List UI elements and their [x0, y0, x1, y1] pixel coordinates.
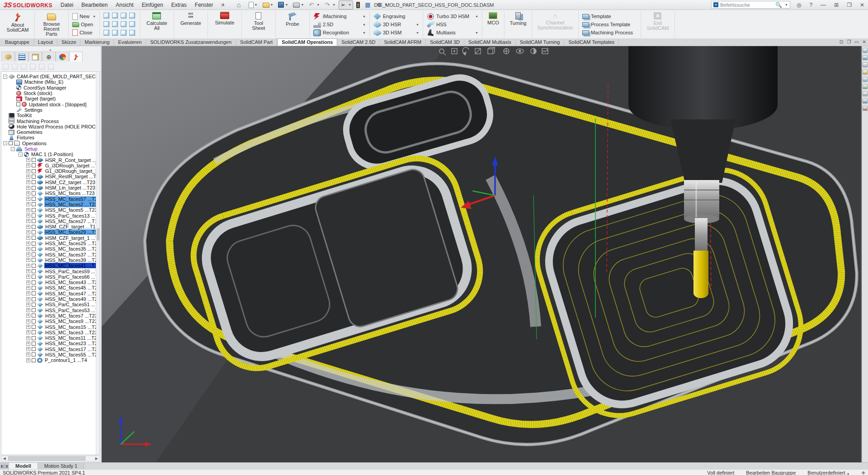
file-properties-button[interactable]: ▦	[363, 0, 373, 10]
tree-item-label[interactable]: HSS_MC_faces39 ...T23	[44, 257, 100, 263]
tree-item-label[interactable]: Settings	[24, 107, 43, 113]
tree-item-label[interactable]: Operations	[21, 141, 47, 146]
save-button[interactable]: ▼	[276, 0, 290, 9]
solidcam-panel-icon-1[interactable]	[863, 48, 868, 53]
expand-toggle-icon[interactable]: +	[26, 191, 30, 195]
doc-close-icon[interactable]: ✕	[863, 39, 866, 44]
tree-item[interactable]: +HSS_MC_faces43 ...T23	[1, 280, 96, 285]
cmdtab-baugruppe[interactable]: Baugruppe	[1, 39, 34, 46]
expand-toggle-icon[interactable]: +	[26, 303, 30, 307]
tree-item-label[interactable]: HSS_MC_faces11 ...T23	[44, 335, 100, 341]
tree-item-label[interactable]: HSS_MC_faces ...T23	[44, 190, 95, 196]
tree-item[interactable]: Hole Wizard Process (HOLE PROCESSES - SO…	[1, 124, 96, 129]
tree-item-label[interactable]: HSS_MC_faces23 ...T23	[44, 341, 100, 346]
tree-item[interactable]: +HSS_MC_faces57 ...T23	[1, 196, 96, 202]
tree-item-checkbox[interactable]	[32, 236, 36, 240]
tree-item-checkbox[interactable]	[32, 336, 36, 340]
status-units[interactable]: Benutzerdefiniert ▲	[807, 470, 849, 475]
solidcam-panel-icon-9[interactable]	[863, 106, 868, 111]
tree-item[interactable]: +HSS_MC_faces ...T23	[1, 190, 96, 196]
new-document-button[interactable]: ▼	[247, 0, 259, 10]
tree-item[interactable]: -Operations	[1, 141, 96, 146]
expand-toggle-icon[interactable]: +	[26, 236, 30, 240]
expand-toggle-icon[interactable]: +	[26, 180, 30, 184]
command-search[interactable]: » Befehlssuche 🔍 ▼	[711, 1, 790, 9]
tree-item-label[interactable]: Fixtures	[16, 135, 35, 140]
panel-collapse-icon[interactable]: ●	[49, 48, 52, 52]
tree-item-label[interactable]: HSR_RestR_target ...T23	[44, 174, 100, 179]
tree-item-checkbox[interactable]	[32, 297, 36, 301]
tree-item-checkbox[interactable]	[32, 291, 36, 295]
tree-item-label[interactable]: HSS_MC_faces47 ...T23	[44, 291, 100, 296]
status-tag-icon[interactable]: ◈	[862, 470, 865, 475]
3d-hsm-button[interactable]: 3D HSM▼	[373, 28, 420, 37]
menu-einfuegen[interactable]: Einfügen	[138, 0, 166, 10]
probe-button[interactable]: Probe	[278, 11, 307, 38]
tree-item[interactable]: +HSS_ParC_faces53 ...T23	[1, 307, 96, 313]
expand-toggle-icon[interactable]: -	[11, 147, 15, 151]
tree-item-checkbox[interactable]	[32, 308, 36, 312]
expand-toggle-icon[interactable]: +	[26, 247, 30, 251]
tree-item[interactable]: +HSS_MC_faces25 ...T23	[1, 241, 96, 246]
home-button[interactable]: ⌂	[235, 0, 245, 10]
tree-item[interactable]: -CAM-Part (DIE_MOLD_PART_SECO_HSS_FOR_DO…	[1, 74, 96, 79]
tree-item-checkbox[interactable]	[32, 314, 36, 318]
tree-item-label[interactable]: HSS_MC_faces57 ...T23	[44, 196, 100, 202]
tree-item[interactable]: +HSS_MC_faces9 ...T23	[1, 318, 96, 324]
recognition-button[interactable]: Recognition▼	[312, 28, 367, 37]
expand-toggle-icon[interactable]: +	[26, 308, 30, 312]
tree-item[interactable]: +HSM_CZ_target ...T23	[1, 180, 96, 185]
rebuild-button[interactable]	[354, 0, 362, 10]
expand-toggle-icon[interactable]: +	[26, 286, 30, 290]
multiaxis-button[interactable]: Multiaxis▼	[426, 28, 479, 37]
cmdtab-solidcam-turning[interactable]: SolidCAM Turning	[516, 39, 565, 46]
tree-item-checkbox[interactable]	[9, 141, 13, 145]
tree-item-label[interactable]: HSS_MC_faces25 ...T23	[44, 241, 100, 246]
tree-item[interactable]: CoordSys Manager	[1, 85, 96, 90]
close-cam-part-button[interactable]: Close	[71, 28, 97, 37]
undo-button[interactable]: ↶▼	[307, 0, 321, 10]
expand-toggle-icon[interactable]: +	[26, 275, 30, 279]
tree-item-label[interactable]: HSS_MC_faces45 ...T23	[44, 285, 100, 290]
solidcam-panel-icon-2[interactable]	[863, 55, 868, 60]
tree-item-label[interactable]: HSS_MC_faces29 ...T1	[44, 229, 99, 235]
tree-item[interactable]: +HSS_MC_faces15 ...T23	[1, 324, 96, 329]
tree-item-checkbox[interactable]	[32, 175, 36, 179]
caret-icon[interactable]: ▼	[255, 3, 258, 6]
tree-item[interactable]: Settings	[1, 107, 96, 113]
expand-toggle-icon[interactable]: +	[26, 158, 30, 162]
tree-item[interactable]: +HSS_ParC_faces66 ...T23	[1, 274, 96, 280]
cmdtab-evaluieren[interactable]: Evaluieren	[114, 39, 146, 46]
tree-item-label[interactable]: Machining Process	[16, 119, 60, 124]
expand-toggle-icon[interactable]: +	[26, 325, 30, 329]
bottom-tab-motion-study-1[interactable]: Motion Study 1	[38, 463, 84, 469]
tree-item-label[interactable]: Hole Wizard Process (HOLE PROCESSES - SO…	[16, 124, 100, 129]
tree-item-label[interactable]: HSS_MC_faces41 ...T23	[44, 263, 100, 268]
solidcam-panel-icon-4[interactable]	[863, 70, 868, 75]
tree-item-checkbox[interactable]	[32, 325, 36, 329]
expand-toggle-icon[interactable]: +	[26, 230, 30, 234]
expand-toggle-icon[interactable]: +	[26, 225, 30, 229]
tree-item[interactable]: +HSS_MC_faces41 ...T23	[1, 263, 96, 268]
scroll-left-icon[interactable]: ◀	[1, 456, 7, 461]
template-button[interactable]: Template	[581, 12, 638, 20]
tree-item-checkbox[interactable]	[32, 186, 36, 190]
expand-toggle-icon[interactable]: +	[26, 280, 30, 285]
tree-item-label[interactable]: HSS_MC_faces9 ...T23	[44, 318, 99, 324]
tree-item[interactable]: Machining Process	[1, 118, 96, 124]
tree-item-label[interactable]: Stock (stock)	[23, 90, 53, 96]
expand-toggle-icon[interactable]: +	[26, 258, 30, 262]
tree-item[interactable]: +HSS_MC_faces11 ...T23	[1, 335, 96, 341]
solidcam-panel-icon-6[interactable]	[863, 84, 868, 89]
menu-datei[interactable]: Datei	[57, 0, 77, 10]
tree-horizontal-scrollbar[interactable]: ◀ ▶	[1, 456, 100, 461]
tree-item[interactable]: +HSS_MC_faces29 ...T1	[1, 229, 96, 235]
imachining-button[interactable]: iMachining▼	[312, 12, 367, 20]
caret-icon[interactable]: ▼	[270, 3, 274, 6]
expand-toggle-icon[interactable]: +	[26, 219, 30, 223]
minimize-button[interactable]: —	[819, 2, 828, 8]
tree-item-checkbox[interactable]	[32, 275, 36, 279]
print-button[interactable]: ▼	[291, 0, 306, 9]
generate-button[interactable]: G01 G00 Generate	[177, 11, 205, 38]
tree-item-checkbox[interactable]	[32, 225, 36, 229]
